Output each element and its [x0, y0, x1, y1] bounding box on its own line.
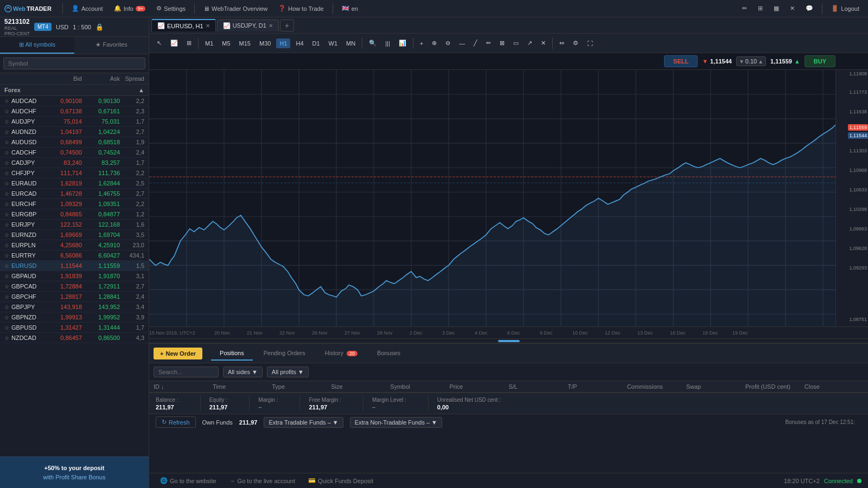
star-eurusd[interactable]: ☆: [4, 263, 9, 269]
chart-tab-eurusd[interactable]: 📈 EURUSD, H1 ✕: [151, 19, 216, 31]
list-item[interactable]: ☆EURAUD1,628191,628442,5: [0, 178, 149, 189]
list-item[interactable]: ☆GBPCAD1,728841,729112,7: [0, 281, 149, 292]
refresh-button[interactable]: ↻ Refresh: [156, 416, 196, 428]
star-gbpjpy[interactable]: ☆: [4, 304, 9, 310]
line-chart-btn[interactable]: 📈: [167, 38, 181, 48]
star-eurgbp[interactable]: ☆: [4, 211, 9, 217]
close-nav[interactable]: ✕: [786, 3, 799, 14]
list-item[interactable]: ☆EURCHF1,093291,093512,2: [0, 199, 149, 209]
search-input[interactable]: [3, 57, 145, 69]
promo-banner[interactable]: +50% to your deposit with Profit Share B…: [0, 457, 149, 488]
list-item[interactable]: ☆GBPJPY143,918143,9523,4: [0, 302, 149, 312]
list-item[interactable]: ☆GBPNZD1,999131,999523,9: [0, 312, 149, 323]
star-gbpaud[interactable]: ☆: [4, 273, 9, 279]
star-audjpy[interactable]: ☆: [4, 119, 9, 125]
list-item[interactable]: ☆AUDCHF0,671380,671612,3: [0, 106, 149, 117]
candle-btn[interactable]: ⊞: [183, 38, 195, 48]
tab-all-symbols[interactable]: ⊞ All symbols: [0, 37, 74, 54]
tab-positions[interactable]: Positions: [211, 346, 253, 361]
col-close[interactable]: Close: [805, 383, 864, 390]
col-sl[interactable]: S/L: [508, 383, 567, 390]
col-profit[interactable]: Profit (USD cent): [745, 383, 805, 390]
tf-h4[interactable]: H4: [292, 38, 307, 48]
list-item[interactable]: ☆CHFJPY111,714111,7362,2: [0, 168, 149, 178]
scroll-handle[interactable]: [149, 338, 868, 343]
list-item[interactable]: ☆CADJPY83,24083,2571,7: [0, 158, 149, 168]
rect-btn[interactable]: ▭: [510, 38, 522, 48]
tf-mn[interactable]: MN: [343, 38, 359, 48]
trendline-btn[interactable]: ╱: [470, 38, 481, 48]
col-tp[interactable]: T/P: [568, 383, 627, 390]
account-nav[interactable]: 👤 Account: [67, 3, 107, 14]
how-to-trade-nav[interactable]: ❓ How to Trade: [274, 3, 328, 14]
draw-btn[interactable]: ✏: [483, 38, 494, 48]
col-id[interactable]: ID ↓: [154, 383, 213, 390]
close-tab-usdjpy[interactable]: ✕: [269, 23, 273, 29]
tf-m5[interactable]: M5: [219, 38, 233, 48]
minus-btn[interactable]: ⊖: [442, 38, 454, 48]
list-item[interactable]: ☆GBPAUD1,918391,918703,1: [0, 271, 149, 281]
list-item[interactable]: ☆AUDCAD0,901080,901302,2: [0, 96, 149, 106]
layout-nav[interactable]: ▦: [769, 3, 783, 14]
qty-up[interactable]: ▲: [758, 59, 763, 65]
chat-nav[interactable]: 💬: [801, 3, 818, 14]
col-size[interactable]: Size: [331, 383, 390, 390]
list-item[interactable]: ☆GBPCHF1,288171,288412,4: [0, 292, 149, 302]
tf-d1[interactable]: D1: [309, 38, 323, 48]
list-item[interactable]: ☆EURCAD1,467281,467552,7: [0, 189, 149, 199]
tab-history[interactable]: History 20: [316, 346, 366, 361]
scroll-thumb[interactable]: [498, 340, 520, 342]
crosshair-btn[interactable]: +: [417, 38, 426, 48]
fullscreen-btn[interactable]: ⛶: [584, 38, 596, 48]
star-eurtry[interactable]: ☆: [4, 253, 9, 259]
add-chart-tab[interactable]: +: [280, 20, 294, 31]
star-audnzd[interactable]: ☆: [4, 129, 9, 135]
extra-tradable-btn[interactable]: Extra Tradable Funds – ▼: [264, 417, 343, 428]
arrow-btn[interactable]: ↗: [524, 38, 535, 48]
goto-live-btn[interactable]: → Go to the live account: [225, 477, 299, 485]
cursor-btn[interactable]: ↖: [154, 38, 165, 48]
logout-nav[interactable]: 🚪 Logout: [827, 3, 864, 14]
star-euraud[interactable]: ☆: [4, 181, 9, 187]
tf-m1[interactable]: M1: [202, 38, 216, 48]
col-price[interactable]: Price: [449, 383, 508, 390]
tab-pending-orders[interactable]: Pending Orders: [255, 346, 314, 361]
qty-down[interactable]: ▼: [739, 59, 744, 65]
list-item[interactable]: ☆EURGBP0,848650,848771,2: [0, 209, 149, 220]
star-chfjpy[interactable]: ☆: [4, 170, 9, 176]
col-type[interactable]: Type: [272, 383, 331, 390]
filter-profits-btn[interactable]: All profits ▼: [267, 367, 309, 377]
sell-button[interactable]: SELL: [664, 55, 698, 67]
tab-favorites[interactable]: ★ Favorites: [74, 37, 149, 54]
webtrader-overview-nav[interactable]: 🖥 WebTrader Overview: [199, 3, 272, 14]
list-item[interactable]: ☆EURUSD1,115441,115591,5: [0, 261, 149, 271]
zoom-in-btn[interactable]: 🔍: [366, 38, 380, 48]
list-item[interactable]: ☆AUDJPY75,01475,0311,7: [0, 117, 149, 127]
star-cadjpy[interactable]: ☆: [4, 160, 9, 166]
col-time[interactable]: Time: [213, 383, 272, 390]
list-item[interactable]: ☆AUDNZD1,041971,042242,7: [0, 127, 149, 137]
extra-non-tradable-btn[interactable]: Extra Non-Tradable Funds – ▼: [350, 417, 442, 428]
grid-nav[interactable]: ⊞: [754, 3, 767, 14]
list-item[interactable]: ☆EURJPY122,152122,1681,6: [0, 220, 149, 230]
star-eurcad[interactable]: ☆: [4, 191, 9, 197]
col-swap[interactable]: Swap: [686, 383, 745, 390]
buy-button[interactable]: BUY: [805, 55, 835, 67]
star-eurjpy[interactable]: ☆: [4, 222, 9, 228]
del-btn[interactable]: ✕: [538, 38, 549, 48]
star-audcad[interactable]: ☆: [4, 98, 9, 104]
star-audusd[interactable]: ☆: [4, 139, 9, 145]
goto-website-btn[interactable]: 🌐 Go to the website: [156, 476, 221, 485]
list-item[interactable]: ☆AUDUSD0,684990,685181,9: [0, 137, 149, 147]
plus-btn[interactable]: ⊕: [429, 38, 440, 48]
star-gbpcad[interactable]: ☆: [4, 284, 9, 290]
list-item[interactable]: ☆CADCHF0,745000,745242,4: [0, 147, 149, 158]
indicators-btn[interactable]: 📊: [395, 38, 410, 48]
qty-selector[interactable]: ▼ 0.10 ▲: [736, 56, 766, 66]
hline-btn[interactable]: —: [456, 38, 468, 48]
tf-m15[interactable]: M15: [236, 38, 254, 48]
col-symbol[interactable]: Symbol: [390, 383, 449, 390]
pencil-nav[interactable]: ✏: [738, 3, 751, 14]
filter-sides-btn[interactable]: All sides ▼: [223, 367, 263, 377]
close-tab-eurusd[interactable]: ✕: [206, 23, 210, 29]
